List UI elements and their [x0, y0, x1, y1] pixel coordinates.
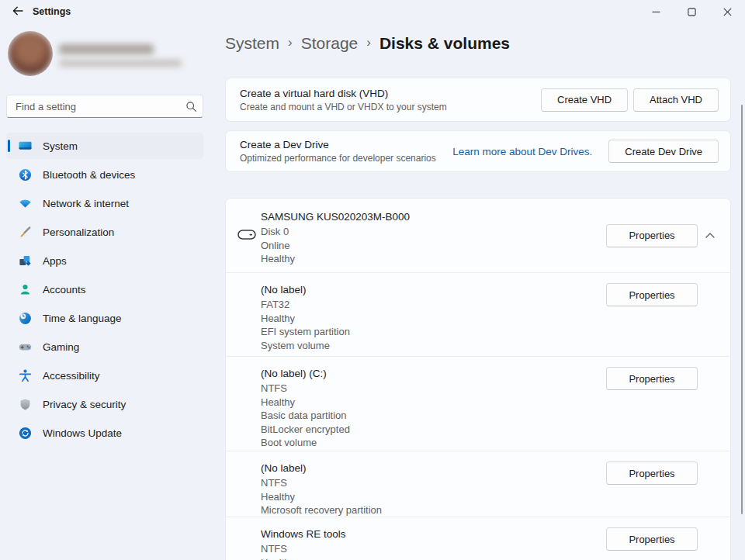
sidebar-item-label: Apps	[43, 255, 67, 267]
disk-line: Healthy	[261, 252, 730, 266]
time-language-icon	[17, 310, 33, 326]
breadcrumb: System › Storage › Disks & volumes	[225, 34, 510, 53]
vhd-card-title: Create a virtual hard disk (VHD)	[240, 88, 541, 99]
volume-row-efi[interactable]: (No label) FAT32 Healthy EFI system part…	[226, 272, 730, 356]
bluetooth-icon	[17, 167, 33, 182]
create-vhd-button[interactable]: Create VHD	[541, 88, 628, 112]
sidebar-item-apps[interactable]: Apps	[6, 247, 203, 274]
volume-line: Healthy	[261, 396, 730, 410]
sidebar-item-gaming[interactable]: Gaming	[6, 334, 203, 360]
windows-update-icon	[17, 425, 33, 441]
user-name-redacted	[59, 44, 154, 54]
sidebar-item-label: Accessibility	[43, 370, 100, 382]
vhd-card-subtitle: Create and mount a VHD or VHDX to your s…	[240, 102, 541, 112]
attach-vhd-button[interactable]: Attach VHD	[633, 88, 719, 112]
search-input[interactable]	[7, 101, 179, 112]
vhd-card-actions: Create VHD Attach VHD	[541, 88, 730, 112]
volume-line: Basic data partition	[261, 409, 730, 423]
chevron-up-icon[interactable]	[702, 227, 719, 244]
volume-line: Healthy	[261, 556, 730, 560]
accounts-icon	[17, 282, 33, 297]
sidebar-item-label: Personalization	[43, 226, 114, 238]
personalization-icon	[17, 224, 33, 240]
sidebar-item-privacy-security[interactable]: Privacy & security	[6, 391, 203, 417]
sidebar-nav: System Bluetooth & devices Network & int…	[6, 133, 203, 448]
accessibility-icon	[17, 368, 33, 383]
sidebar-item-time-language[interactable]: Time & language	[6, 305, 203, 331]
sidebar-item-label: Bluetooth & devices	[43, 169, 135, 181]
volume-line: Boot volume	[261, 436, 730, 450]
sidebar-item-system[interactable]: System	[6, 133, 203, 159]
volume-line: BitLocker encrypted	[261, 423, 730, 437]
maximize-icon[interactable]	[674, 0, 709, 23]
properties-button[interactable]: Properties	[606, 224, 698, 247]
sidebar: System Bluetooth & devices Network & int…	[0, 23, 216, 560]
titlebar: Settings	[0, 0, 745, 23]
vhd-card-text: Create a virtual hard disk (VHD) Create …	[226, 88, 541, 112]
properties-button[interactable]: Properties	[606, 283, 698, 306]
page-title: Disks & volumes	[379, 34, 510, 53]
avatar-image	[8, 31, 53, 76]
dev-drive-card-actions: Learn more about Dev Drives. Create Dev …	[452, 140, 730, 163]
vhd-card: Create a virtual hard disk (VHD) Create …	[225, 78, 731, 122]
search-icon[interactable]	[179, 101, 203, 112]
volume-line: EFI system partition	[261, 325, 730, 339]
window-title: Settings	[33, 6, 71, 17]
dev-drive-card-subtitle: Optimized performance for developer scen…	[240, 153, 452, 164]
sidebar-item-accounts[interactable]: Accounts	[6, 276, 203, 302]
disk-list: SAMSUNG KUS020203M-B000 Disk 0 Online He…	[225, 198, 731, 560]
properties-button[interactable]: Properties	[606, 367, 698, 390]
disk-title: SAMSUNG KUS020203M-B000	[261, 211, 730, 223]
volume-line: Healthy	[261, 312, 730, 326]
sidebar-item-bluetooth-devices[interactable]: Bluetooth & devices	[6, 161, 203, 188]
network-icon	[17, 195, 33, 211]
apps-icon	[17, 253, 33, 268]
sidebar-item-label: Windows Update	[43, 427, 122, 439]
user-email-redacted	[59, 60, 182, 67]
properties-button[interactable]: Properties	[606, 527, 698, 551]
settings-window: Settings	[0, 0, 745, 560]
sidebar-item-accessibility[interactable]: Accessibility	[6, 362, 203, 389]
sidebar-item-label: Network & internet	[43, 198, 129, 209]
breadcrumb-chevron-icon: ›	[288, 35, 293, 50]
search-box	[6, 95, 203, 118]
sidebar-item-network-internet[interactable]: Network & internet	[6, 190, 203, 216]
volume-line: Microsoft recovery partition	[261, 503, 730, 517]
volume-row-windows-re[interactable]: Windows RE tools NTFS Healthy Properties	[226, 517, 730, 560]
sidebar-item-windows-update[interactable]: Windows Update	[6, 420, 203, 446]
dev-drive-learn-more-link[interactable]: Learn more about Dev Drives.	[452, 146, 592, 157]
system-icon	[17, 138, 33, 154]
gaming-icon	[17, 339, 33, 354]
dev-drive-card-text: Create a Dev Drive Optimized performance…	[226, 139, 452, 164]
dev-drive-card-title: Create a Dev Drive	[240, 139, 452, 150]
sidebar-item-label: Gaming	[43, 341, 79, 353]
breadcrumb-chevron-icon: ›	[366, 35, 371, 50]
breadcrumb-system[interactable]: System	[225, 34, 279, 53]
disk-row-samsung[interactable]: SAMSUNG KUS020203M-B000 Disk 0 Online He…	[226, 199, 730, 272]
volume-line: Healthy	[261, 490, 730, 504]
dev-drive-card: Create a Dev Drive Optimized performance…	[225, 130, 731, 172]
privacy-security-icon	[17, 396, 33, 412]
sidebar-item-label: Time & language	[43, 313, 122, 324]
create-dev-drive-button[interactable]: Create Dev Drive	[608, 140, 719, 163]
selected-indicator	[8, 140, 10, 152]
drive-icon	[237, 229, 256, 243]
volume-row-c-drive[interactable]: (No label) (C:) NTFS Healthy Basic data …	[226, 356, 730, 451]
window-controls	[638, 0, 745, 23]
sidebar-item-personalization[interactable]: Personalization	[6, 219, 203, 245]
volume-line: System volume	[261, 339, 730, 353]
sidebar-item-label: Privacy & security	[43, 399, 126, 410]
scrollbar[interactable]	[741, 105, 743, 514]
back-arrow-icon	[12, 5, 24, 20]
breadcrumb-storage[interactable]: Storage	[301, 34, 359, 53]
volume-row-recovery[interactable]: (No label) NTFS Healthy Microsoft recove…	[226, 451, 730, 517]
close-icon[interactable]	[709, 0, 745, 23]
back-button[interactable]	[8, 4, 28, 21]
sidebar-item-label: Accounts	[43, 284, 86, 296]
avatar[interactable]	[8, 31, 53, 76]
sidebar-item-label: System	[43, 140, 78, 152]
minimize-icon[interactable]	[638, 0, 674, 23]
properties-button[interactable]: Properties	[606, 461, 698, 485]
